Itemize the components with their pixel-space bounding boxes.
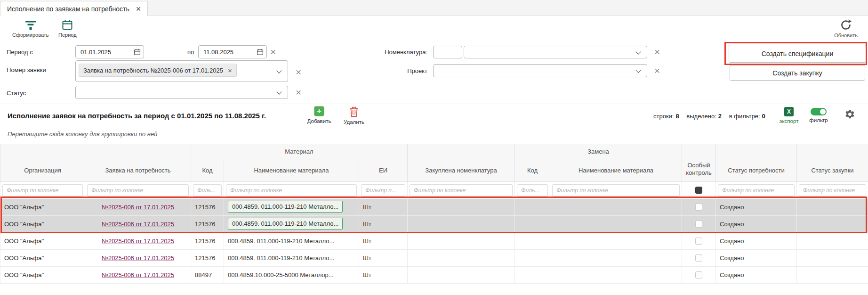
filter-toggle[interactable]: фильтр [806, 108, 831, 123]
tab-close-icon[interactable]: × [136, 5, 141, 13]
filter-input-need_status[interactable] [718, 184, 795, 197]
tab-bar: Исполнение по заявкам на потребность × [0, 0, 868, 16]
column-header-org[interactable]: Организация [0, 144, 85, 182]
cell-org: ООО "Альфа" [0, 250, 85, 267]
column-header-mat_name[interactable]: Наименование материала [224, 159, 359, 182]
cell-unit: Шт [359, 233, 408, 250]
filter-input-unit[interactable] [361, 184, 405, 197]
request-tag-text: Заявка на потребность №2025-006 от 17.01… [83, 67, 223, 74]
cell-org: ООО "Альфа" [0, 233, 85, 250]
generate-report-icon [24, 19, 37, 31]
export-button[interactable]: X экспорт [777, 107, 801, 124]
refresh-label: Обновить [834, 33, 858, 38]
tab-execution-requests[interactable]: Исполнение по заявкам на потребность × [0, 1, 148, 16]
cell-request: №2025-006 от 17.01.2025 [85, 250, 191, 267]
column-header-unit[interactable]: ЕИ [359, 159, 408, 182]
selected-count-label: выделено: [686, 113, 716, 120]
nomenclature-code-input[interactable] [433, 46, 462, 58]
refresh-button[interactable]: Обновить [834, 19, 858, 38]
special-control-checkbox[interactable] [695, 221, 702, 228]
clear-period-icon[interactable]: × [270, 47, 276, 57]
cell-org: ООО "Альфа" [0, 216, 85, 233]
filter-input-mat_code[interactable] [193, 184, 222, 197]
cell-request: №2025-006 от 17.01.2025 [85, 199, 191, 216]
column-header-rep_code[interactable]: Код [515, 159, 550, 182]
special-control-filter-checkbox[interactable] [695, 187, 702, 194]
column-header-purchase_status[interactable]: Статус закупки [797, 144, 868, 182]
request-number-multiselect[interactable]: Заявка на потребность №2025-006 от 17.01… [75, 60, 288, 82]
cell-mat_code: 121576 [191, 250, 224, 267]
chevron-down-icon [635, 49, 641, 54]
special-control-checkbox[interactable] [695, 238, 702, 245]
column-header-request[interactable]: Заявка на потребность [85, 144, 191, 182]
column-header-need_status[interactable]: Статус потребности [716, 144, 797, 182]
special-control-checkbox[interactable] [695, 271, 702, 279]
period-to-input[interactable] [198, 45, 267, 58]
material-name: 000.4859. 011.000-119-210 Металло... [228, 254, 334, 262]
request-link[interactable]: №2025-006 от 17.01.2025 [102, 271, 174, 279]
column-header-rep_name[interactable]: Наименование материала [550, 159, 682, 182]
table-row[interactable]: ООО "Альфа"№2025-006 от 17.01.2025121576… [0, 250, 868, 267]
nomenclature-dropdown[interactable] [464, 46, 647, 58]
clear-project-icon[interactable]: × [654, 66, 660, 75]
column-header-purchased[interactable]: Закуплена номенклатура [408, 144, 515, 182]
table-row[interactable]: ООО "Альфа"№2025-006 от 17.01.2025121576… [0, 199, 868, 216]
results-panel: Исполнение заявок на потребность за пери… [0, 104, 868, 295]
project-dropdown[interactable] [433, 64, 647, 77]
add-button[interactable]: + Добавить [304, 106, 334, 124]
settings-gear-button[interactable] [844, 109, 855, 122]
cell-special [682, 216, 716, 233]
table-row[interactable]: ООО "Альфа"№2025-006 от 17.01.2025884970… [0, 267, 868, 284]
special-control-checkbox[interactable] [695, 254, 702, 262]
create-specifications-button[interactable]: Создать спецификации [729, 45, 866, 63]
clear-nomenclature-icon[interactable]: × [654, 47, 660, 57]
period-button[interactable]: Период [58, 19, 77, 38]
column-header-mat_code[interactable]: Код [191, 159, 224, 182]
filter-input-purchased[interactable] [410, 184, 513, 197]
cell-purchase_status [797, 250, 868, 267]
cell-purchased [408, 250, 515, 267]
chevron-down-icon[interactable] [276, 68, 281, 73]
table-row[interactable]: ООО "Альфа"№2025-006 от 17.01.2025121576… [0, 233, 868, 250]
request-link[interactable]: №2025-006 от 17.01.2025 [102, 204, 174, 211]
filter-input-purchase_status[interactable] [799, 184, 866, 197]
material-name: 000.4859. 011.000-119-210 Металло... [228, 218, 343, 229]
cell-unit: Шт [359, 267, 408, 284]
create-purchase-button[interactable]: Создать закупку [730, 65, 865, 81]
period-from-field [75, 45, 144, 58]
cell-need_status: Создано [716, 233, 797, 250]
request-tag-remove-icon[interactable]: × [228, 67, 232, 74]
request-link[interactable]: №2025-006 от 17.01.2025 [102, 254, 174, 262]
clear-request-icon[interactable]: × [296, 67, 301, 77]
filter-input-rep_code[interactable] [517, 184, 548, 197]
filter-cell-purchase_status [797, 182, 868, 199]
delete-button[interactable]: Удалить [340, 106, 368, 125]
chevron-down-icon [276, 89, 281, 94]
filter-input-org[interactable] [2, 184, 83, 197]
filter-cell-rep_code [515, 182, 550, 199]
request-link[interactable]: №2025-006 от 17.01.2025 [102, 221, 174, 228]
filter-input-rep_name[interactable] [552, 184, 680, 197]
cell-rep_name [550, 216, 682, 233]
nomenclature-label: Номенклатура: [367, 49, 427, 56]
status-dropdown[interactable] [75, 86, 288, 99]
generate-button[interactable]: Сформировать [12, 19, 49, 38]
export-label: экспорт [780, 118, 799, 124]
period-from-label: Период с [7, 49, 33, 56]
request-link[interactable]: №2025-006 от 17.01.2025 [102, 238, 174, 245]
special-control-checkbox[interactable] [695, 204, 702, 211]
table-row[interactable]: ООО "Альфа"№2025-006 от 17.01.2025121576… [0, 216, 868, 233]
period-from-input[interactable] [75, 45, 144, 58]
cell-rep_code [515, 267, 550, 284]
chevron-down-icon [635, 67, 641, 73]
cell-mat_name: 000.4859.10.000-25-5000 Металлор... [224, 267, 359, 284]
cell-special [682, 267, 716, 284]
clear-status-icon[interactable]: × [296, 87, 301, 97]
filter-cell-mat_code [191, 182, 224, 199]
toggle-on-icon[interactable] [811, 108, 827, 115]
filter-input-mat_name[interactable] [226, 184, 357, 197]
column-header-special[interactable]: Особый контроль [682, 144, 716, 182]
filter-input-request[interactable] [87, 184, 189, 197]
filter-cell-mat_name [224, 182, 359, 199]
cell-need_status: Создано [716, 267, 797, 284]
